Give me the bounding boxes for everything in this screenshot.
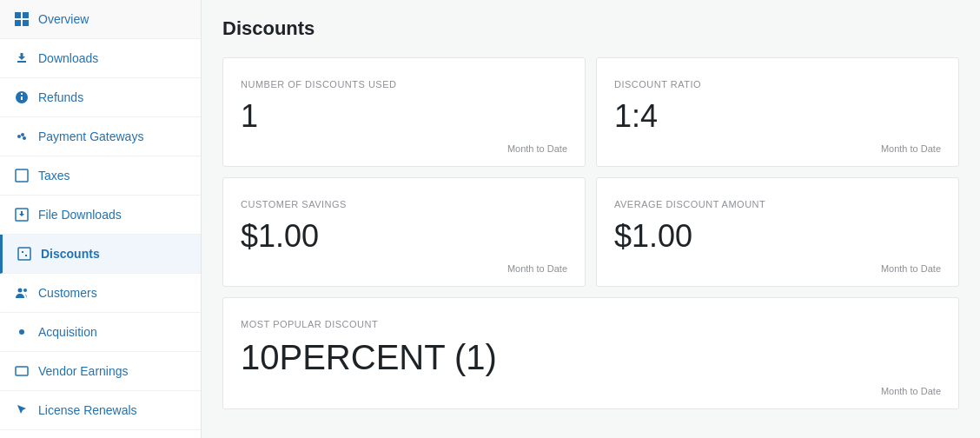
card-avg-discount-footer: Month to Date (614, 263, 941, 274)
license-renewals-icon (14, 402, 30, 418)
svg-rect-3 (23, 20, 29, 26)
refunds-icon (14, 90, 30, 105)
cards-grid-top: NUMBER OF DISCOUNTS USED 1 Month to Date… (222, 57, 959, 287)
sidebar-item-overview-label: Overview (38, 12, 89, 26)
svg-point-11 (23, 289, 27, 292)
svg-rect-0 (15, 12, 21, 18)
sidebar-item-payment-gateways-label: Payment Gateways (38, 129, 143, 143)
sidebar-item-discounts-label: Discounts (41, 247, 100, 261)
sidebar-item-acquisition[interactable]: Acquisition (0, 313, 201, 352)
sidebar-item-customers[interactable]: Customers (0, 274, 201, 313)
sidebar-item-acquisition-label: Acquisition (38, 325, 97, 339)
card-num-discounts-footer: Month to Date (241, 143, 567, 154)
card-popular-discount-label: MOST POPULAR DISCOUNT (241, 319, 941, 329)
main-content: Discounts NUMBER OF DISCOUNTS USED 1 Mon… (202, 0, 980, 438)
sidebar-item-taxes-label: Taxes (38, 169, 70, 182)
card-num-discounts: NUMBER OF DISCOUNTS USED 1 Month to Date (222, 57, 586, 167)
svg-point-10 (18, 289, 23, 293)
taxes-icon (14, 168, 30, 183)
sidebar-item-vendor-earnings-label: Vendor Earnings (38, 364, 129, 378)
sidebar-item-downloads[interactable]: Downloads (0, 39, 201, 78)
svg-point-4 (17, 135, 21, 138)
card-discount-ratio-value: 1:4 (614, 98, 941, 135)
sidebar-item-downloads-label: Downloads (38, 51, 98, 65)
sidebar-item-refunds-label: Refunds (38, 90, 83, 104)
page-title: Discounts (222, 17, 959, 40)
svg-point-5 (21, 133, 24, 136)
card-customer-savings-value: $1.00 (241, 218, 567, 255)
card-popular-discount-footer: Month to Date (241, 386, 941, 396)
svg-rect-9 (18, 248, 30, 260)
sidebar-item-taxes[interactable]: Taxes (0, 156, 201, 196)
vendor-earnings-icon (14, 363, 30, 379)
sidebar-item-file-downloads[interactable]: File Downloads (0, 196, 201, 235)
sidebar-item-payment-gateways[interactable]: Payment Gateways (0, 117, 201, 156)
card-avg-discount: AVERAGE DISCOUNT AMOUNT $1.00 Month to D… (596, 177, 959, 287)
svg-point-12 (19, 329, 24, 335)
discounts-icon (17, 246, 32, 262)
sidebar-item-refunds[interactable]: Refunds (0, 78, 201, 117)
sidebar-item-customers-label: Customers (38, 286, 97, 300)
card-discount-ratio-label: DISCOUNT RATIO (614, 79, 941, 90)
card-popular-discount-value: 10PERCENT (1) (241, 338, 941, 377)
card-discount-ratio: DISCOUNT RATIO 1:4 Month to Date (596, 57, 959, 167)
downloads-icon (14, 50, 30, 66)
sidebar-item-license-renewals[interactable]: License Renewals (0, 391, 201, 430)
sidebar-item-overview[interactable]: Overview (0, 0, 201, 39)
card-avg-discount-label: AVERAGE DISCOUNT AMOUNT (614, 199, 941, 209)
acquisition-icon (14, 324, 30, 340)
sidebar-item-license-renewals-label: License Renewals (38, 403, 137, 417)
sidebar-item-discounts[interactable]: Discounts (0, 235, 201, 274)
customers-icon (14, 285, 30, 301)
card-customer-savings-label: CUSTOMER SAVINGS (241, 199, 567, 209)
card-customer-savings: CUSTOMER SAVINGS $1.00 Month to Date (222, 177, 586, 287)
sidebar-item-file-downloads-label: File Downloads (38, 208, 122, 222)
svg-rect-7 (16, 169, 28, 182)
card-popular-discount: MOST POPULAR DISCOUNT 10PERCENT (1) Mont… (222, 297, 959, 409)
card-discount-ratio-footer: Month to Date (614, 143, 941, 154)
sidebar-item-vendor-earnings[interactable]: Vendor Earnings (0, 352, 201, 391)
svg-rect-13 (16, 367, 28, 375)
card-avg-discount-value: $1.00 (614, 218, 941, 255)
card-num-discounts-label: NUMBER OF DISCOUNTS USED (241, 79, 567, 90)
card-customer-savings-footer: Month to Date (241, 263, 567, 274)
svg-rect-2 (15, 20, 21, 26)
card-num-discounts-value: 1 (241, 98, 567, 135)
sidebar: Overview Downloads Refunds Payment Gatew… (0, 0, 202, 438)
file-downloads-icon (14, 207, 30, 222)
overview-icon (14, 11, 30, 27)
svg-point-6 (23, 136, 26, 140)
payment-gateways-icon (14, 129, 30, 144)
svg-rect-1 (23, 12, 29, 18)
